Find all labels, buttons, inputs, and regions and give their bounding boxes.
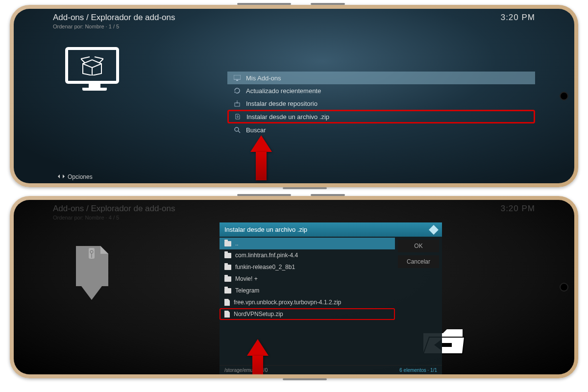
annotation-arrow [251,135,271,179]
file-label: Movie! + [235,275,258,282]
svg-point-6 [235,127,239,131]
sort-status: Ordenar por: Nombre · 1 / 5 [53,24,175,29]
search-icon [233,126,241,134]
open-box-icon [81,56,103,75]
annotation-arrow [248,339,268,374]
menu-label: Instalar desde un archivo .zip [246,113,329,121]
file-label: funkin-release0_2_8b1 [235,264,295,270]
clock: 3:20 PM [501,13,535,29]
menu-install-repo[interactable]: Instalar desde repositorio [227,97,535,110]
camera-hole [561,93,567,99]
item-count: 6 elementos · 1/1 [399,368,437,373]
svg-marker-14 [80,284,103,300]
folder-icon [224,276,231,282]
options-footer[interactable]: Opciones [58,173,93,180]
arrows-icon [58,173,65,180]
menu-label: Mis Add-ons [246,74,281,82]
phone-frame-top: Add-ons / Explorador de add-ons Ordenar … [10,5,578,187]
phone-hw-button-bottom [283,378,327,380]
menu-label: Instalar desde repositorio [246,100,318,107]
kodi-addons-screen: Add-ons / Explorador de add-ons Ordenar … [14,9,574,183]
ok-button[interactable]: OK [398,240,439,252]
file-item-folder[interactable]: Telegram [220,285,395,296]
dialog-header: Instalar desde un archivo .zip [220,222,442,237]
menu-recently-updated[interactable]: Actualizado recientemente [227,84,535,97]
folder-icon [224,253,231,258]
kodi-logo-icon [429,225,439,235]
refresh-icon [233,87,241,95]
file-item-nordvpn-zip[interactable]: NordVPNSetup.zip [220,308,395,320]
addons-menu: Mis Add-ons Actualizado recientemente In… [227,72,535,136]
file-label: Telegram [235,287,259,294]
breadcrumb: Add-ons / Explorador de add-ons [53,13,175,23]
screen-icon [233,74,241,82]
file-item-up[interactable]: .. [220,238,395,249]
camera-hole [561,284,567,291]
svg-rect-3 [236,80,238,81]
topbar: Add-ons / Explorador de add-ons Ordenar … [53,204,535,220]
file-label: .. [235,240,239,247]
file-label: com.linhtran.fnf.pink-4.4 [235,252,298,259]
file-icon [224,311,230,318]
breadcrumb: Add-ons / Explorador de add-ons [53,204,175,214]
phone-hw-buttons [237,194,345,196]
file-item-folder[interactable]: funkin-release0_2_8b1 [220,261,395,273]
options-label: Opciones [68,173,93,180]
dialog-title: Instalar desde un archivo .zip [224,226,307,233]
svg-marker-9 [63,174,65,178]
box-down-icon [233,99,241,107]
zip-down-icon [234,113,242,121]
addons-monitor-icon [65,47,124,96]
file-label: free.vpn.unblock.proxy.turbovpn-4.1.2.zi… [234,299,341,306]
file-item-zip[interactable]: free.vpn.unblock.proxy.turbovpn-4.1.2.zi… [220,296,395,308]
svg-rect-13 [86,270,98,285]
phone-frame-bottom: Add-ons / Explorador de add-ons Ordenar … [10,196,578,378]
phone-hw-button-bottom [283,187,327,189]
menu-install-zip[interactable]: Instalar desde un archivo .zip [227,110,535,123]
menu-my-addons[interactable]: Mis Add-ons [227,72,535,84]
file-item-folder[interactable]: Movie! + [220,273,395,285]
cancel-button[interactable]: Cancelar [398,255,439,268]
kodi-zip-dialog-screen: Add-ons / Explorador de add-ons Ordenar … [14,200,574,374]
phone-hw-buttons [237,3,345,5]
file-list: .. com.linhtran.fnf.pink-4.4 funkin-rele… [220,237,395,365]
file-item-folder[interactable]: com.linhtran.fnf.pink-4.4 [220,249,395,261]
menu-label: Actualizado recientemente [246,87,321,95]
menu-search[interactable]: Buscar [227,123,535,136]
file-icon [224,299,230,306]
svg-marker-8 [58,174,60,178]
zip-download-icon [70,244,119,303]
clock: 3:20 PM [501,204,535,220]
file-label: NordVPNSetup.zip [234,311,283,318]
folder-icon [224,288,231,294]
folder-icon [224,265,231,270]
topbar: Add-ons / Explorador de add-ons Ordenar … [53,13,535,29]
svg-line-7 [238,131,240,133]
dialog-buttons: OK Cancelar [395,237,442,365]
svg-marker-4 [234,92,236,93]
folder-icon [224,241,231,246]
sort-status: Ordenar por: Nombre · 4 / 5 [53,215,175,220]
menu-label: Buscar [246,126,266,134]
svg-rect-2 [234,75,241,79]
